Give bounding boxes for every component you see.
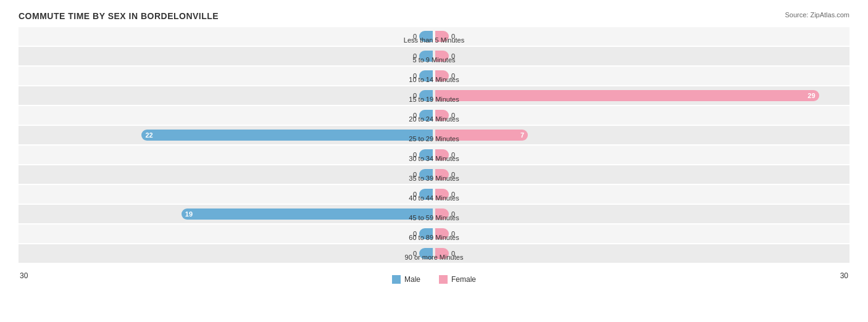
left-section: 0 (19, 87, 434, 104)
bar-container: 0 15 to 19 Minutes 29 (19, 87, 849, 104)
chart-row: 22 25 to 29 Minutes 7 (19, 126, 849, 144)
right-section: 0 (434, 146, 849, 163)
right-section: 0 (434, 225, 849, 242)
left-section: 19 (19, 205, 434, 223)
chart-row: 0 35 to 39 Minutes 0 (19, 165, 849, 184)
left-section: 0 (19, 67, 434, 85)
legend-male-label: Male (404, 275, 420, 284)
right-section: 0 (434, 28, 849, 45)
axis-right-label: 30 (840, 271, 848, 284)
bar-container: 0 20 to 24 Minutes 0 (19, 107, 849, 124)
left-section: 0 (19, 146, 434, 163)
legend-male: Male (392, 275, 420, 284)
row-label: 25 to 29 Minutes (409, 135, 459, 142)
chart-title: COMMUTE TIME BY SEX IN BORDELONVILLE (19, 11, 849, 21)
legend-female: Female (439, 275, 476, 284)
axis-left-label: 30 (20, 271, 28, 284)
right-section: 7 (434, 126, 849, 144)
row-label: 40 to 44 Minutes (409, 194, 459, 202)
right-section: 0 (434, 166, 849, 183)
bar-container: 0 90 or more Minutes 0 (19, 245, 849, 262)
right-section: 0 (434, 186, 849, 203)
right-section: 0 (434, 67, 849, 85)
left-section: 0 (19, 225, 434, 242)
left-section: 22 (19, 126, 434, 144)
right-section: 0 (434, 47, 849, 65)
chart-container: COMMUTE TIME BY SEX IN BORDELONVILLE Sou… (0, 0, 868, 322)
row-label: 5 to 9 Minutes (412, 56, 455, 64)
legend-female-label: Female (451, 275, 476, 284)
row-label: 15 to 19 Minutes (409, 96, 459, 103)
source-text: Source: ZipAtlas.com (785, 11, 849, 19)
left-section: 0 (19, 245, 434, 262)
row-label: 90 or more Minutes (405, 254, 464, 261)
row-label: 60 to 89 Minutes (409, 234, 459, 241)
chart-row: 0 5 to 9 Minutes 0 (19, 47, 849, 65)
bar-container: 0 60 to 89 Minutes 0 (19, 225, 849, 242)
bar-container: 0 5 to 9 Minutes 0 (19, 47, 849, 65)
chart-row: 0 Less than 5 Minutes 0 (19, 27, 849, 46)
chart-row: 0 10 to 14 Minutes 0 (19, 67, 849, 85)
male-inside-value: 19 (185, 210, 193, 218)
right-section: 0 (434, 107, 849, 124)
left-section: 0 (19, 47, 434, 65)
chart-row: 0 15 to 19 Minutes 29 (19, 86, 849, 105)
right-section: 29 (434, 87, 849, 104)
left-section: 0 (19, 28, 434, 45)
chart-area: 0 Less than 5 Minutes 0 0 (19, 27, 849, 268)
right-section: 0 (434, 205, 849, 223)
row-label: 30 to 34 Minutes (409, 155, 459, 162)
chart-row: 0 20 to 24 Minutes 0 (19, 106, 849, 125)
bar-container: 19 45 to 59 Minutes 0 (19, 205, 849, 223)
row-label: 10 to 14 Minutes (409, 76, 459, 83)
left-section: 0 (19, 186, 434, 203)
bar-male: 22 (141, 130, 433, 141)
legend: Male Female (392, 275, 476, 284)
bar-container: 0 10 to 14 Minutes 0 (19, 67, 849, 85)
chart-row: 19 45 to 59 Minutes 0 (19, 205, 849, 223)
right-section: 0 (434, 245, 849, 262)
chart-row: 0 60 to 89 Minutes 0 (19, 225, 849, 243)
legend-female-box (439, 275, 448, 284)
chart-row: 0 90 or more Minutes 0 (19, 244, 849, 263)
bar-container: 0 40 to 44 Minutes 0 (19, 186, 849, 203)
bar-male: 19 (182, 208, 433, 220)
left-section: 0 (19, 166, 434, 183)
bar-container: 0 35 to 39 Minutes 0 (19, 166, 849, 183)
row-label: 35 to 39 Minutes (409, 175, 459, 182)
chart-row: 0 40 to 44 Minutes 0 (19, 185, 849, 204)
female-inside-value: 29 (807, 92, 815, 99)
bar-container: 0 Less than 5 Minutes 0 (19, 28, 849, 45)
row-label: 20 to 24 Minutes (409, 115, 459, 123)
male-inside-value: 22 (145, 131, 152, 139)
female-inside-value: 7 (520, 131, 524, 139)
axis-bottom: 30 Male Female 30 (19, 271, 849, 284)
bar-female: 29 (435, 90, 819, 101)
left-section: 0 (19, 107, 434, 124)
legend-male-box (392, 275, 401, 284)
chart-row: 0 30 to 34 Minutes 0 (19, 146, 849, 164)
bar-container: 0 30 to 34 Minutes 0 (19, 146, 849, 163)
row-label: 45 to 59 Minutes (409, 214, 459, 221)
row-label: Less than 5 Minutes (404, 36, 464, 44)
bar-container: 22 25 to 29 Minutes 7 (19, 126, 849, 144)
